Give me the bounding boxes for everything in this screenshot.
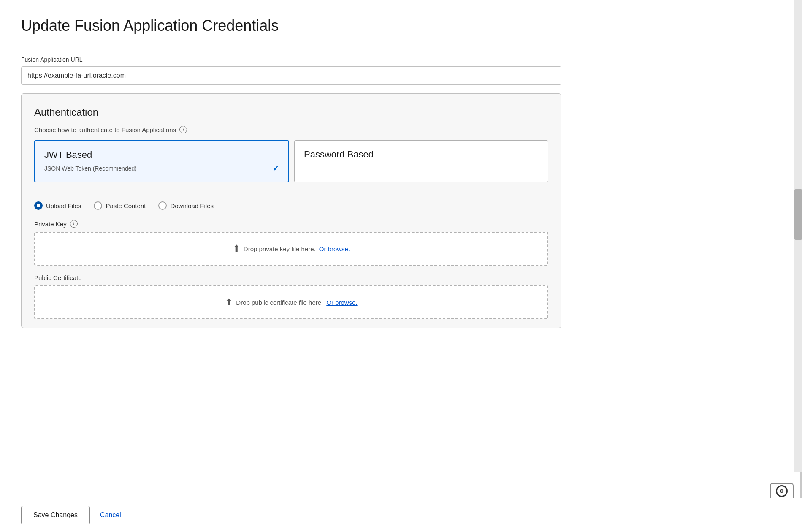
public-cert-label-text: Public Certificate	[34, 274, 82, 281]
auth-option-jwt-title: JWT Based	[44, 149, 279, 160]
public-cert-browse-link[interactable]: Or browse.	[326, 299, 357, 306]
help-ring-icon	[776, 485, 788, 497]
auth-subtitle: Choose how to authenticate to Fusion App…	[34, 126, 548, 133]
auth-title: Authentication	[34, 106, 548, 118]
radio-download-circle	[158, 201, 167, 210]
radio-paste-content[interactable]: Paste Content	[94, 201, 146, 210]
private-key-upload-icon: ⬆	[233, 243, 240, 254]
url-label: Fusion Application URL	[21, 56, 779, 63]
auth-option-jwt-subtitle-text: JSON Web Token (Recommended)	[44, 165, 137, 172]
scrollbar-thumb[interactable]	[794, 189, 802, 240]
private-key-drop-label: Drop private key file here.	[244, 245, 316, 252]
radio-download-label: Download Files	[170, 202, 214, 209]
scrollbar-track	[794, 0, 802, 472]
public-cert-drop-label: Drop public certificate file here.	[236, 299, 323, 306]
private-key-drop-text: ⬆ Drop private key file here. Or browse.	[233, 243, 350, 254]
private-key-label: Private Key i	[34, 220, 548, 228]
radio-paste-label: Paste Content	[106, 202, 146, 209]
bottom-bar: Save Changes Cancel	[0, 498, 802, 532]
url-input[interactable]	[21, 66, 561, 85]
auth-option-jwt[interactable]: JWT Based JSON Web Token (Recommended) ✓	[34, 140, 289, 182]
cancel-button[interactable]: Cancel	[100, 511, 121, 519]
file-options-group: Upload Files Paste Content Download File…	[34, 201, 548, 210]
radio-paste-circle	[94, 201, 102, 210]
url-field-section: Fusion Application URL	[21, 56, 779, 85]
jwt-check-icon: ✓	[273, 164, 279, 173]
auth-info-icon[interactable]: i	[179, 126, 187, 133]
auth-option-password[interactable]: Password Based	[294, 140, 548, 182]
auth-options: JWT Based JSON Web Token (Recommended) ✓…	[34, 140, 548, 182]
radio-upload-files[interactable]: Upload Files	[34, 201, 81, 210]
public-cert-drop-zone[interactable]: ⬆ Drop public certificate file here. Or …	[34, 285, 548, 319]
private-key-info-icon[interactable]: i	[70, 220, 78, 228]
radio-upload-circle	[34, 201, 43, 210]
private-key-browse-link[interactable]: Or browse.	[319, 245, 350, 252]
auth-subtitle-text: Choose how to authenticate to Fusion App…	[34, 126, 176, 133]
radio-upload-label: Upload Files	[46, 202, 81, 209]
auth-card: Authentication Choose how to authenticat…	[21, 93, 561, 328]
public-cert-upload-icon: ⬆	[225, 297, 233, 308]
auth-option-jwt-subtitle: JSON Web Token (Recommended) ✓	[44, 164, 279, 173]
public-cert-label: Public Certificate	[34, 274, 548, 281]
private-key-label-text: Private Key	[34, 220, 67, 228]
auth-divider	[22, 193, 561, 193]
private-key-drop-zone[interactable]: ⬆ Drop private key file here. Or browse.	[34, 232, 548, 266]
page-title: Update Fusion Application Credentials	[21, 17, 779, 43]
help-ring-inner	[780, 489, 783, 493]
save-button[interactable]: Save Changes	[21, 506, 90, 524]
radio-download-files[interactable]: Download Files	[158, 201, 214, 210]
auth-option-password-title: Password Based	[304, 149, 539, 160]
public-cert-drop-text: ⬆ Drop public certificate file here. Or …	[225, 297, 357, 308]
